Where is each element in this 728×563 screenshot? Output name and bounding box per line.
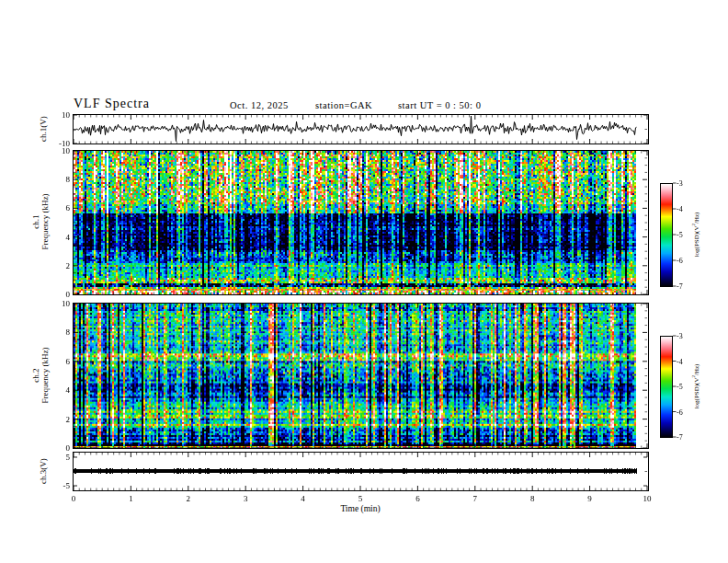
ch3-waveform-panel bbox=[73, 452, 649, 491]
time-axis-label: Time (min) bbox=[340, 504, 380, 513]
colorbar-tick-label: -6 bbox=[677, 408, 683, 416]
ch2-colorbar bbox=[660, 336, 673, 438]
ch1-frequency-axis-label: ch.1 Frequency (kHz) bbox=[31, 193, 50, 249]
colorbar-tick-label: -4 bbox=[677, 205, 683, 213]
colorbar-label-text: log(PSD)(V bbox=[693, 226, 700, 258]
x-tick-label: 1 bbox=[129, 494, 133, 503]
ch2-colorbar-label: log(PSD)(V2/Hz) bbox=[691, 364, 700, 409]
ch1-colorbar bbox=[660, 183, 673, 287]
header-station: station=GAK bbox=[315, 100, 372, 110]
x-tick-label: 0 bbox=[72, 494, 76, 503]
x-tick-label: 6 bbox=[415, 494, 420, 503]
y-tick-label: 4 bbox=[51, 233, 70, 242]
header-date: Oct. 12, 2025 bbox=[230, 100, 289, 110]
y-tick-label: 10 bbox=[51, 110, 70, 120]
colorbar-tick-label: -7 bbox=[677, 433, 683, 442]
y-tick-label: 6 bbox=[51, 203, 70, 213]
ch1-spectrogram-panel bbox=[73, 150, 649, 295]
y-tick-label: 2 bbox=[51, 415, 70, 424]
colorbar-label-sup: 2 bbox=[691, 224, 696, 226]
y-tick-label: 8 bbox=[51, 175, 70, 184]
ch3-voltage-axis-label: ch.3(V) bbox=[39, 458, 48, 484]
colorbar-tick-label: -5 bbox=[677, 383, 683, 391]
colorbar-tick-label: -4 bbox=[677, 357, 683, 365]
page-title: VLF Spectra bbox=[74, 97, 150, 111]
x-tick-label: 2 bbox=[187, 494, 191, 503]
y-tick-label: 2 bbox=[51, 261, 70, 270]
x-tick-label: 10 bbox=[643, 494, 652, 503]
ch2-spectrogram-panel bbox=[73, 303, 649, 449]
ch1-label-line: ch.1 bbox=[31, 193, 40, 249]
y-tick-label: 10 bbox=[51, 299, 70, 308]
y-tick-label: -5 bbox=[51, 481, 70, 490]
y-tick-label: 4 bbox=[51, 385, 70, 395]
colorbar-tick-label: -3 bbox=[677, 332, 683, 340]
y-tick-label: 0 bbox=[51, 443, 70, 453]
colorbar-label-text: log(PSD)(V bbox=[693, 378, 700, 409]
x-tick-label: 3 bbox=[244, 494, 248, 503]
y-tick-label: -10 bbox=[51, 139, 70, 148]
y-tick-label: 0 bbox=[51, 290, 70, 299]
x-tick-label: 5 bbox=[358, 494, 363, 503]
colorbar-label-sup: 2 bbox=[691, 375, 696, 378]
x-tick-label: 9 bbox=[587, 494, 592, 503]
colorbar-tick-label: -6 bbox=[677, 257, 683, 265]
colorbar-tick-label: -3 bbox=[677, 179, 683, 188]
ch2-spectrogram-image bbox=[74, 304, 648, 448]
colorbar-label-text: /Hz) bbox=[693, 213, 700, 224]
frequency-khz-label: Frequency (kHz) bbox=[40, 347, 50, 403]
colorbar-tick-label: -5 bbox=[677, 231, 683, 239]
x-tick-label: 7 bbox=[473, 494, 478, 503]
ch1-voltage-axis-label: ch.1(V) bbox=[39, 116, 48, 142]
colorbar-label-text: /Hz) bbox=[693, 364, 700, 375]
ch1-waveform-panel bbox=[73, 114, 649, 144]
ch2-frequency-axis-label: ch.2 Frequency (kHz) bbox=[31, 347, 50, 403]
y-tick-label: 8 bbox=[51, 327, 70, 337]
x-tick-label: 4 bbox=[301, 494, 305, 503]
colorbar-tick-label: -7 bbox=[677, 282, 683, 291]
ch2-label-line: ch.2 bbox=[31, 347, 40, 403]
ch1-colorbar-label: log(PSD)(V2/Hz) bbox=[691, 213, 700, 258]
x-tick-label: 8 bbox=[530, 494, 535, 503]
ch1-waveform-trace bbox=[74, 115, 648, 144]
y-tick-label: 6 bbox=[51, 357, 70, 366]
vlf-spectra-page: VLF Spectra Oct. 12, 2025 station=GAK st… bbox=[0, 0, 728, 563]
y-tick-label: 5 bbox=[51, 453, 70, 462]
frequency-khz-label: Frequency (kHz) bbox=[40, 193, 50, 249]
header-start-ut: start UT = 0 : 50: 0 bbox=[398, 100, 481, 110]
ch3-waveform-trace bbox=[74, 453, 648, 490]
ch1-spectrogram-image bbox=[74, 151, 648, 294]
